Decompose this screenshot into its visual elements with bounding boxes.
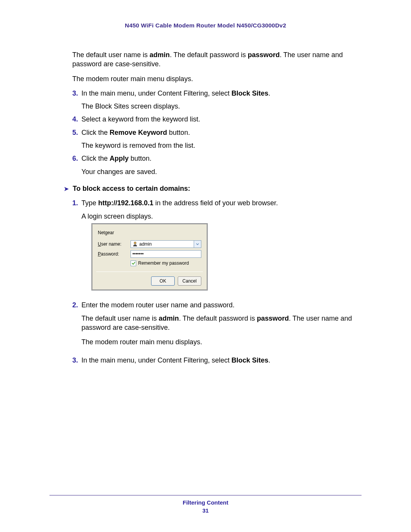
step-content: In the main menu, under Content Filterin…	[81, 89, 354, 111]
password-value: •••••••	[132, 251, 143, 257]
bold-text: admin	[150, 51, 170, 59]
step-b2: 2. Enter the modem router user name and …	[72, 300, 354, 352]
text: button.	[129, 155, 151, 162]
text: .	[268, 356, 270, 364]
user-icon	[132, 241, 138, 247]
section-heading-row: ➤ To block access to certain domains:	[64, 184, 354, 193]
step-number: 6.	[72, 154, 81, 176]
footer-section-title: Filtering Content	[49, 499, 362, 506]
step-subtext: The keyword is removed from the list.	[81, 141, 354, 150]
text: The default user name is	[81, 315, 159, 322]
arrow-icon: ➤	[64, 185, 69, 193]
label-rest: emember my password	[142, 260, 189, 266]
step-content: Type http://192.168.0.1 in the address f…	[81, 198, 354, 297]
step-6: 6. Click the Apply button. Your changes …	[72, 154, 354, 176]
step-content: Click the Apply button. Your changes are…	[81, 154, 354, 176]
footer-page-number: 31	[49, 507, 362, 514]
text: In the main menu, under Content Filterin…	[81, 89, 231, 97]
step-number: 1.	[72, 198, 81, 297]
login-brand-label: Netgear	[98, 230, 201, 236]
username-row: User name: admin	[98, 240, 201, 248]
username-label: User name:	[98, 241, 131, 247]
step-subtext: A login screen displays.	[81, 212, 354, 221]
step-subtext: The default user name is admin. The defa…	[81, 314, 354, 332]
text: .	[268, 89, 270, 97]
password-label: Password:	[98, 251, 131, 257]
text: In the main menu, under Content Filterin…	[81, 356, 231, 364]
text: The default user name is	[72, 51, 150, 59]
step-content: Enter the modem router user name and pas…	[81, 300, 354, 352]
step-subtext: The Block Sites screen displays.	[81, 102, 354, 111]
bold-text: Block Sites	[231, 89, 268, 97]
step-number: 2.	[72, 300, 81, 352]
login-dialog-inner: Netgear User name: admin	[92, 224, 207, 289]
step-content: Select a keyword from the keyword list.	[81, 115, 354, 124]
bold-text: Apply	[110, 155, 129, 162]
step-number: 3.	[72, 356, 81, 365]
intro-paragraph-2: The modem router main menu displays.	[72, 74, 354, 83]
step-b1: 1. Type http://192.168.0.1 in the addres…	[72, 198, 354, 297]
label-rest: assword:	[101, 251, 119, 257]
remember-checkbox[interactable]	[131, 260, 136, 266]
step-5: 5. Click the Remove Keyword button. The …	[72, 128, 354, 150]
step-number: 4.	[72, 115, 81, 124]
login-dialog: Netgear User name: admin	[91, 223, 208, 291]
step-3: 3. In the main menu, under Content Filte…	[72, 89, 354, 111]
label-underline: U	[98, 241, 101, 247]
page-footer: Filtering Content 31	[49, 495, 362, 514]
step-content: Click the Remove Keyword button. The key…	[81, 128, 354, 150]
label-underline: P	[98, 251, 101, 257]
step-content: In the main menu, under Content Filterin…	[81, 356, 354, 365]
ok-button[interactable]: OK	[151, 276, 175, 286]
text: in the address field of your web browser…	[153, 199, 278, 207]
username-combobox[interactable]: admin	[131, 240, 201, 248]
step-number: 3.	[72, 89, 81, 111]
step-subtext: The modem router main menu displays.	[81, 337, 354, 347]
remember-row: Remember my password	[131, 260, 201, 266]
text: Click the	[81, 129, 110, 136]
bold-text: password	[257, 315, 289, 322]
text: Enter the modem router user name and pas…	[81, 301, 234, 309]
bold-text: admin	[159, 315, 179, 322]
intro-paragraph-1: The default user name is admin. The defa…	[72, 50, 354, 69]
body-content: The default user name is admin. The defa…	[72, 50, 354, 365]
chevron-down-icon[interactable]	[194, 241, 201, 248]
bold-text: http://192.168.0.1	[98, 199, 153, 207]
step-number: 5.	[72, 128, 81, 150]
cancel-button[interactable]: Cancel	[178, 276, 201, 286]
text: button.	[167, 129, 190, 136]
bold-text: Block Sites	[231, 356, 268, 364]
password-row: Password: •••••••	[98, 250, 201, 258]
page-header-title: N450 WiFi Cable Modem Router Model N450/…	[53, 22, 358, 29]
footer-divider	[49, 495, 362, 495]
bold-text: Remove Keyword	[110, 129, 167, 136]
remember-label: Remember my password	[138, 260, 189, 266]
section-heading: To block access to certain domains:	[73, 184, 190, 193]
dialog-separator	[96, 272, 203, 272]
dialog-button-row: OK Cancel	[98, 275, 201, 286]
password-input[interactable]: •••••••	[131, 250, 201, 258]
svg-point-0	[134, 242, 136, 244]
text: Click the	[81, 155, 110, 162]
label-rest: ser name:	[101, 241, 121, 247]
document-page: N450 WiFi Cable Modem Router Model N450/…	[0, 0, 411, 532]
text: Type	[81, 199, 98, 207]
bold-text: password	[248, 51, 280, 59]
step-4: 4. Select a keyword from the keyword lis…	[72, 115, 354, 124]
username-value: admin	[139, 241, 152, 247]
text: . The default password is	[179, 315, 257, 322]
step-subtext: Your changes are saved.	[81, 167, 354, 176]
step-b3: 3. In the main menu, under Content Filte…	[72, 356, 354, 365]
label-underline: R	[138, 260, 142, 266]
text: . The default password is	[170, 51, 248, 59]
